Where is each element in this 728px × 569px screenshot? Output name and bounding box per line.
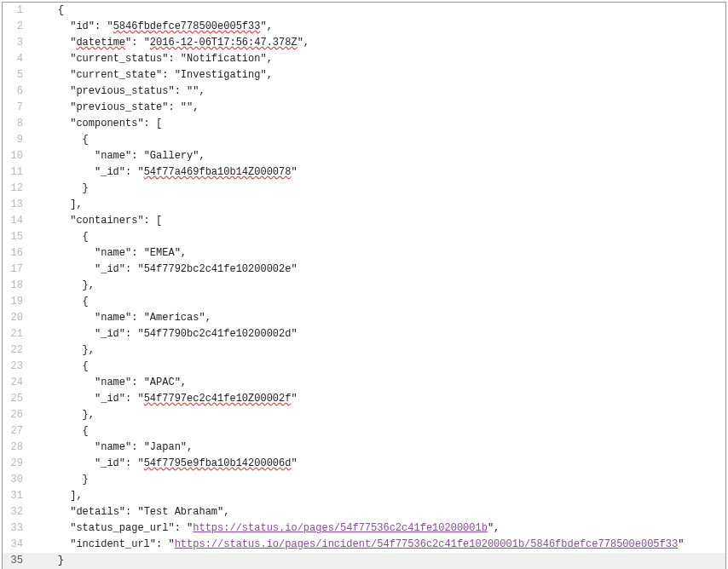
code-line[interactable]: 25 "_id": "54f7797ec2c41fe10Z00002f" [3,391,725,407]
code-url-link[interactable]: https://status.io/pages/54f77536c2c41fe1… [193,522,488,534]
code-content[interactable]: { [30,294,89,310]
code-line[interactable]: 4 "current_status": "Notification", [3,51,725,67]
code-line[interactable]: 33 "status_page_url": "https://status.io… [3,520,725,537]
line-number: 12 [3,181,30,197]
code-line[interactable]: 5 "current_state": "Investigating", [3,67,725,83]
code-content[interactable]: { [30,423,89,440]
code-content[interactable]: ], [30,488,83,504]
line-number: 31 [3,488,30,504]
code-line[interactable]: 1 { [3,3,725,19]
code-line[interactable]: 29 "_id": "54f7795e9fba10b14200006d" [3,456,725,472]
code-line[interactable]: 23 { [3,359,725,375]
line-number: 8 [3,116,30,132]
code-line[interactable]: 27 { [3,423,725,440]
code-line[interactable]: 24 "name": "APAC", [3,375,725,391]
code-content[interactable]: "name": "Japan", [30,440,193,456]
line-number: 33 [3,520,30,537]
code-content[interactable]: "name": "APAC", [30,375,187,391]
code-content[interactable]: }, [30,407,95,423]
code-line[interactable]: 2 "id": "5846fbdefce778500e005f33", [3,19,725,35]
code-line[interactable]: 10 "name": "Gallery", [3,148,725,164]
line-number: 17 [3,262,30,278]
code-line[interactable]: 19 { [3,294,725,310]
code-line[interactable]: 31 ], [3,488,725,504]
code-content[interactable]: "previous_status": "", [30,83,205,100]
code-line[interactable]: 28 "name": "Japan", [3,440,725,456]
code-content[interactable]: } [30,553,64,569]
code-content[interactable]: "_id": "54f7792bc2c41fe10200002e" [30,262,298,278]
line-number: 32 [3,504,30,520]
code-content[interactable]: "current_status": "Notification", [30,51,273,67]
line-number: 1 [3,3,30,19]
code-content[interactable]: "current_state": "Investigating", [30,67,273,83]
code-content[interactable]: } [30,472,89,488]
code-line[interactable]: 26 }, [3,407,725,423]
code-content[interactable]: "incident_url": "https://status.io/pages… [30,537,684,553]
code-url-link[interactable]: https://status.io/pages/incident/54f7753… [175,538,679,550]
code-line[interactable]: 22 }, [3,342,725,359]
code-content[interactable]: "previous_state": "", [30,100,199,116]
code-content[interactable]: }, [30,342,95,359]
code-line[interactable]: 13 ], [3,197,725,213]
line-number: 10 [3,148,30,164]
code-line[interactable]: 20 "name": "Americas", [3,310,725,326]
code-content[interactable]: "components": [ [30,116,162,132]
line-number: 7 [3,100,30,116]
code-content[interactable]: "status_page_url": "https://status.io/pa… [30,520,500,537]
line-number: 3 [3,35,30,51]
line-number: 18 [3,278,30,294]
code-line[interactable]: 14 "containers": [ [3,213,725,229]
code-content[interactable]: "_id": "54f7790bc2c41fe10200002d" [30,326,298,342]
line-number: 30 [3,472,30,488]
code-content[interactable]: { [30,229,89,245]
code-line[interactable]: 8 "components": [ [3,116,725,132]
code-content[interactable]: } [30,181,89,197]
code-line[interactable]: 35 } [3,553,725,569]
code-line[interactable]: 16 "name": "EMEA", [3,245,725,262]
code-content[interactable]: "id": "5846fbdefce778500e005f33", [30,19,273,35]
code-line[interactable]: 11 "_id": "54f77a469fba10b14Z000078" [3,164,725,181]
code-line[interactable]: 34 "incident_url": "https://status.io/pa… [3,537,725,553]
code-content[interactable]: "_id": "54f7795e9fba10b14200006d" [30,456,298,472]
code-content[interactable]: { [30,359,89,375]
code-line[interactable]: 3 "datetime": "2016-12-06T17:56:47.378Z"… [3,35,725,51]
code-line[interactable]: 9 { [3,132,725,148]
code-line[interactable]: 15 { [3,229,725,245]
line-number: 34 [3,537,30,553]
code-content[interactable]: "containers": [ [30,213,162,229]
code-content[interactable]: "_id": "54f77a469fba10b14Z000078" [30,164,298,181]
code-content[interactable]: "_id": "54f7797ec2c41fe10Z00002f" [30,391,298,407]
code-line[interactable]: 21 "_id": "54f7790bc2c41fe10200002d" [3,326,725,342]
code-content[interactable]: }, [30,278,95,294]
line-number: 29 [3,456,30,472]
code-line[interactable]: 6 "previous_status": "", [3,83,725,100]
code-line[interactable]: 17 "_id": "54f7792bc2c41fe10200002e" [3,262,725,278]
line-number: 26 [3,407,30,423]
line-number: 25 [3,391,30,407]
code-line[interactable]: 12 } [3,181,725,197]
code-content[interactable]: "name": "Gallery", [30,148,205,164]
code-content[interactable]: ], [30,197,83,213]
code-content[interactable]: { [30,3,64,19]
line-number: 23 [3,359,30,375]
line-number: 24 [3,375,30,391]
line-number: 22 [3,342,30,359]
code-content[interactable]: "name": "EMEA", [30,245,187,262]
line-number: 5 [3,67,30,83]
code-line[interactable]: 7 "previous_state": "", [3,100,725,116]
code-line[interactable]: 18 }, [3,278,725,294]
code-content[interactable]: { [30,132,89,148]
line-number: 15 [3,229,30,245]
line-number: 20 [3,310,30,326]
code-line[interactable]: 32 "details": "Test Abraham", [3,504,725,520]
line-number: 35 [3,553,30,569]
line-number: 21 [3,326,30,342]
code-content[interactable]: "details": "Test Abraham", [30,504,229,520]
code-line[interactable]: 30 } [3,472,725,488]
code-content[interactable]: "datetime": "2016-12-06T17:56:47.378Z", [30,35,309,51]
code-content[interactable]: "name": "Americas", [30,310,211,326]
line-number: 4 [3,51,30,67]
line-number: 19 [3,294,30,310]
line-number: 14 [3,213,30,229]
code-editor[interactable]: 1 {2 "id": "5846fbdefce778500e005f33",3 … [2,2,726,569]
